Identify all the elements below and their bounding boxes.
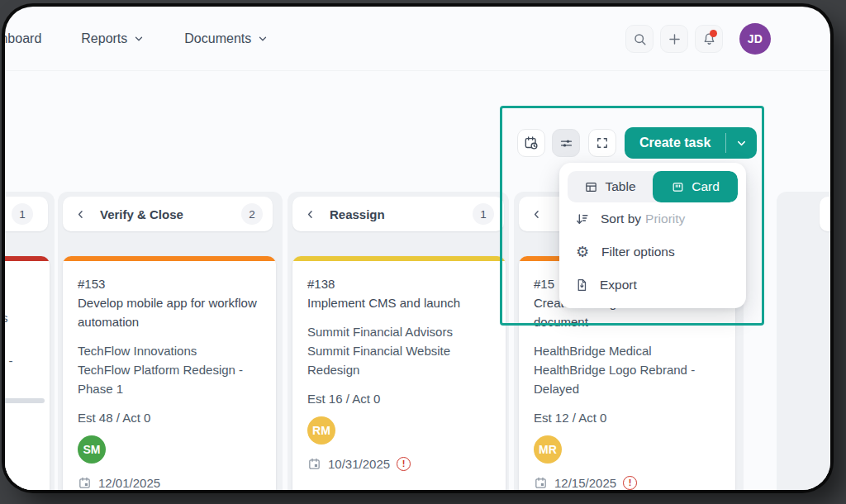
create-task-split-button: Create task [625,127,757,159]
due-date: 12/01/2025 [98,473,160,490]
task-project: TechFlow Platform Redesign - Phase 1 [78,360,261,398]
view-toggle: Table Card [568,171,738,202]
nav-item-dashboard[interactable]: Dashboard [5,31,41,46]
sort-by-value: Priority [645,212,685,226]
view-toggle-card-label: Card [692,179,720,194]
calendar-clock-icon [523,135,539,151]
kanban-board: Create task 1 [5,72,830,490]
table-icon [584,180,598,194]
clipped-text: s [5,311,8,325]
display-options-menu: Table Card Sort byPriority [559,163,746,308]
create-task-label: Create task [639,136,711,150]
priority-bar [5,256,50,261]
assignee-avatar[interactable]: SM [78,435,106,464]
task-client: HealthBridge Medical [534,341,720,360]
search-button[interactable] [625,25,654,53]
fullscreen-icon [595,136,610,150]
task-client-project: Summit Financial Advisors Summit Financi… [307,322,491,379]
calendar-icon [307,457,321,471]
column-header-partial-left[interactable]: 1 [5,197,48,231]
assignee-avatar[interactable]: MR [534,435,562,464]
card-body: #138 Implement CMS and launch Summit Fin… [292,261,506,473]
due-date-row: 12/01/2025 [78,473,261,490]
notification-badge [710,30,717,37]
task-project: Summit Financial Website Redesign [307,341,491,379]
column-count-badge: 1 [12,203,33,225]
task-effort: Est 16 / Act 0 [307,389,491,408]
sliders-icon [558,136,574,151]
collapse-column-icon[interactable] [530,208,543,221]
overdue-warning-icon [397,457,411,471]
due-date: 10/31/2025 [328,454,390,473]
sort-icon [574,212,590,227]
task-card-153[interactable]: #153 Develop mobile app for workflow aut… [63,256,276,490]
calendar-view-button[interactable] [517,129,545,157]
column-header-partial-right[interactable] [820,197,830,231]
task-id: #138 [307,274,491,293]
task-card-partial[interactable]: s d - [5,256,50,490]
view-toggle-table-label: Table [605,179,635,194]
top-nav: Dashboard Reports Documents [5,7,830,71]
nav-documents-label: Documents [184,31,251,46]
create-task-button[interactable]: Create task [625,127,725,159]
column-bg-partial-right [777,192,830,490]
search-icon [632,31,648,47]
user-avatar[interactable]: JD [739,23,771,55]
export-label: Export [600,278,637,292]
clipped-divider [5,398,45,403]
task-client-project: HealthBridge Medical HealthBridge Logo R… [534,341,720,398]
task-client: TechFlow Innovations [78,341,261,360]
app-window: Dashboard Reports Documents [5,7,830,490]
plus-icon [667,31,682,47]
display-options-button[interactable] [552,129,580,157]
column-header-reassign[interactable]: Reassign 1 [292,197,504,231]
collapse-column-icon[interactable] [304,208,316,221]
nav-item-reports[interactable]: Reports [81,31,145,46]
fullscreen-button[interactable] [588,129,616,157]
task-client: Summit Financial Advisors [307,322,491,341]
overdue-warning-icon [623,476,637,490]
menu-item-sort-by[interactable]: Sort byPriority [568,202,738,235]
chevron-down-icon [735,137,748,150]
task-project: HealthBridge Logo Rebrand - Delayed [534,360,720,398]
card-icon [671,180,685,194]
due-date-row: 12/15/2025 [534,473,720,490]
nav-dashboard-label: Dashboard [5,31,41,46]
add-button[interactable] [660,25,688,53]
task-effort: Est 12 / Act 0 [534,408,720,427]
column-title: Reassign [330,207,385,221]
menu-item-export[interactable]: Export [568,269,738,302]
task-id: #153 [78,274,261,293]
task-card-138[interactable]: #138 Implement CMS and launch Summit Fin… [292,256,506,490]
view-toggle-table[interactable]: Table [568,171,653,202]
column-count-badge: 1 [473,203,494,225]
gear-icon: ⚙ [574,245,591,259]
collapse-column-icon[interactable] [74,208,87,221]
task-client-project: TechFlow Innovations TechFlow Platform R… [78,341,261,398]
column-title: Verify & Close [100,207,183,221]
nav-menu: Dashboard Reports Documents [5,7,269,71]
task-title: Develop mobile app for workflow automati… [78,293,261,331]
sort-by-label: Sort byPriority [601,212,685,226]
chevron-down-icon [257,33,269,45]
menu-item-filter-options[interactable]: ⚙ Filter options [568,235,738,269]
chevron-down-icon [133,33,145,45]
due-date: 12/15/2025 [554,473,616,490]
nav-item-documents[interactable]: Documents [184,31,269,46]
filter-options-label: Filter options [601,245,675,259]
task-title: Implement CMS and launch [307,293,491,312]
create-task-dropdown-button[interactable] [726,127,757,159]
screenshot-frame: Dashboard Reports Documents [0,0,846,504]
column-header-verify-close[interactable]: Verify & Close 2 [63,197,273,231]
nav-reports-label: Reports [81,31,127,46]
sort-by-text: Sort by [601,212,641,226]
notifications-button[interactable] [695,25,723,53]
calendar-icon [534,476,548,490]
calendar-icon [78,476,92,490]
column-count-badge: 2 [241,203,263,225]
assignee-avatar[interactable]: RM [307,416,335,445]
view-toggle-card[interactable]: Card [653,171,738,202]
task-effort: Est 48 / Act 0 [78,408,261,427]
export-icon [574,278,589,292]
nav-actions: JD [625,7,771,71]
